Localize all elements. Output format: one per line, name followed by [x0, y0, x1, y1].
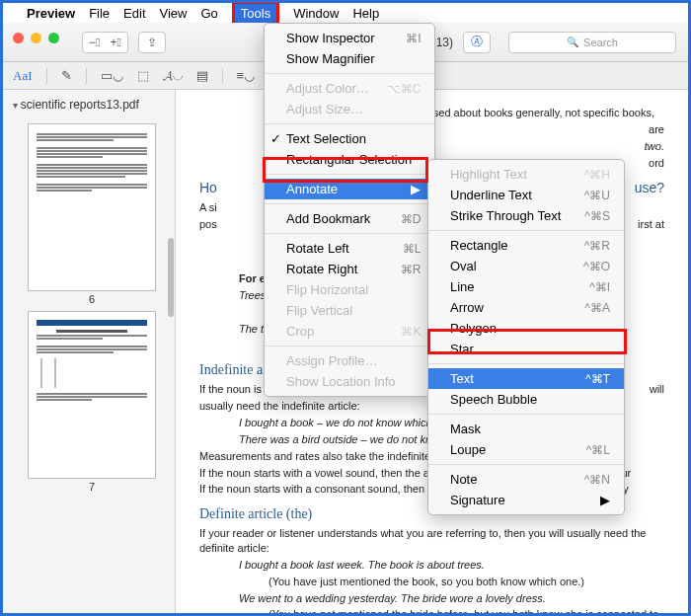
menu-view[interactable]: View [160, 6, 188, 21]
annotate-item-mask[interactable]: Mask [428, 419, 624, 439]
note-icon[interactable]: ▤ [196, 68, 208, 83]
text-box-icon[interactable]: ⬚ [137, 68, 149, 83]
tools-item-text-selection[interactable]: Text Selection [265, 128, 434, 149]
tools-item-rotate-right[interactable]: Rotate Right⌘R [265, 259, 434, 279]
annotate-item-line[interactable]: Line^⌘I [428, 276, 624, 297]
menu-window[interactable]: Window [293, 6, 339, 21]
thumb-label-6: 6 [9, 293, 175, 305]
annotate-item-oval[interactable]: Oval^⌘O [428, 256, 624, 276]
tools-item-flip-vertical: Flip Vertical [265, 300, 434, 321]
text-style-button[interactable]: AaI [13, 68, 33, 84]
share-button[interactable]: ⇪ [138, 32, 166, 53]
tools-item-crop: Crop⌘K [265, 321, 434, 342]
tools-item-add-bookmark[interactable]: Add Bookmark⌘D [265, 208, 434, 229]
tools-item-adjust-size-: Adjust Size… [265, 99, 434, 119]
zoom-buttons[interactable]: −⃝+⃝ [82, 32, 128, 53]
shapes-icon[interactable]: ▭◡ [101, 68, 123, 83]
thumb-label-7: 7 [9, 481, 175, 493]
tools-item-flip-horizontal: Flip Horizontal [265, 279, 434, 300]
annotate-item-loupe[interactable]: Loupe^⌘L [428, 439, 624, 460]
menu-tools[interactable]: Tools [232, 1, 279, 26]
annotate-item-text[interactable]: Text^⌘T [428, 368, 624, 389]
minimize-button[interactable] [31, 33, 41, 43]
markup-button[interactable]: Ⓐ [463, 32, 491, 53]
tools-item-show-magnifier[interactable]: Show Magnifier [265, 48, 434, 69]
draw-icon[interactable]: ✎ [61, 68, 72, 83]
zoom-button[interactable] [48, 33, 59, 43]
tools-item-annotate[interactable]: Annotate▶ [265, 179, 434, 199]
close-button[interactable] [13, 33, 24, 43]
menu-file[interactable]: File [89, 6, 110, 21]
search-input[interactable]: Search [508, 32, 676, 53]
tools-item-assign-profile-: Assign Profile… [265, 350, 434, 371]
annotate-item-speech-bubble[interactable]: Speech Bubble [428, 389, 624, 410]
annotate-item-rectangle[interactable]: Rectangle^⌘R [428, 235, 624, 256]
tools-item-adjust-color-: Adjust Color…⌥⌘C [265, 78, 434, 99]
annotate-item-polygon[interactable]: Polygon [428, 318, 624, 339]
annotate-item-highlight-text: Highlight Text^⌘H [428, 164, 624, 185]
menu-edit[interactable]: Edit [123, 6, 145, 21]
annotate-item-signature[interactable]: Signature▶ [428, 490, 624, 510]
zoom-in-icon[interactable]: +⃝ [110, 36, 120, 49]
sidebar-filename[interactable]: scientific reports13.pdf [9, 96, 175, 117]
thumbnail-page-7[interactable] [28, 311, 156, 479]
share-icon: ⇪ [147, 36, 157, 49]
window-controls [13, 33, 59, 43]
line-weight-icon[interactable]: ≡◡ [237, 68, 256, 83]
annotate-item-underline-text[interactable]: Underline Text^⌘U [428, 185, 624, 205]
tools-item-rotate-left[interactable]: Rotate Left⌘L [265, 238, 434, 259]
tools-item-show-location-info: Show Location Info [265, 371, 434, 392]
zoom-out-icon[interactable]: −⃝ [89, 36, 100, 49]
tools-menu: Show Inspector⌘IShow MagnifierAdjust Col… [264, 23, 435, 397]
sign-icon[interactable]: 𝓐◡ [163, 68, 183, 84]
menu-help[interactable]: Help [352, 6, 379, 21]
menu-app[interactable]: Preview [27, 6, 75, 21]
sidebar-scrollbar[interactable] [168, 238, 174, 317]
annotate-item-strike-through-text[interactable]: Strike Through Text^⌘S [428, 205, 624, 226]
annotate-submenu: Highlight Text^⌘HUnderline Text^⌘UStrike… [427, 159, 625, 515]
sidebar: scientific reports13.pdf 6 7 [3, 90, 176, 616]
menu-go[interactable]: Go [200, 6, 217, 21]
annotate-item-note[interactable]: Note^⌘N [428, 469, 624, 490]
markup-icon: Ⓐ [471, 34, 483, 50]
thumbnail-page-6[interactable] [28, 123, 156, 291]
menubar: Preview File Edit View Go Tools Window H… [3, 3, 688, 23]
tools-item-rectangular-selection[interactable]: Rectangular Selection [265, 149, 434, 170]
annotate-item-arrow[interactable]: Arrow^⌘A [428, 297, 624, 318]
tools-item-show-inspector[interactable]: Show Inspector⌘I [265, 28, 434, 48]
annotate-item-star[interactable]: Star [428, 339, 624, 359]
